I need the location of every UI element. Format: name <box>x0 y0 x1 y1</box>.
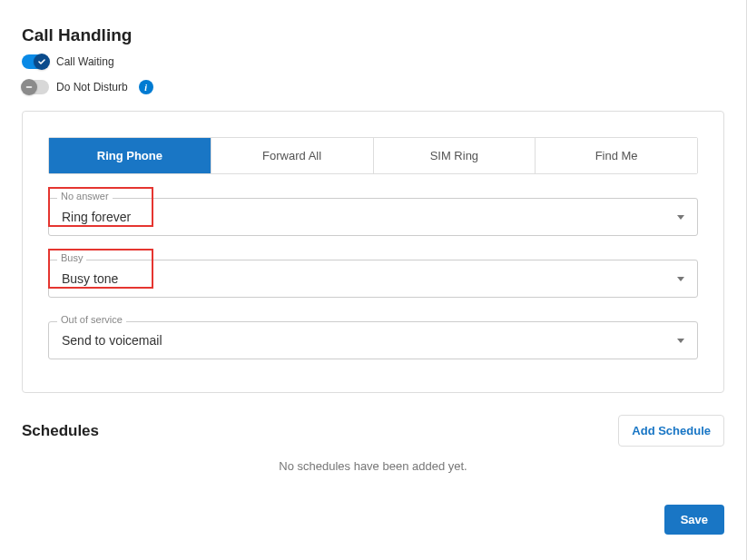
no-answer-label: No answer <box>57 191 113 201</box>
tab-sim-ring[interactable]: SIM Ring <box>374 138 536 173</box>
no-answer-field: No answer Ring forever <box>48 198 698 236</box>
schedules-title: Schedules <box>22 422 99 440</box>
busy-select[interactable]: Busy tone <box>48 260 698 298</box>
tab-label: Find Me <box>595 149 638 162</box>
add-schedule-button[interactable]: Add Schedule <box>618 415 724 447</box>
tab-label: Ring Phone <box>97 149 162 162</box>
out-of-service-label: Out of service <box>57 314 126 325</box>
add-schedule-label: Add Schedule <box>632 424 711 437</box>
minus-icon <box>21 79 37 95</box>
call-waiting-row: Call Waiting <box>22 54 724 69</box>
page-title: Call Handling <box>22 25 724 45</box>
out-of-service-value: Send to voicemail <box>62 333 162 348</box>
busy-value: Busy tone <box>62 271 118 286</box>
no-answer-value: Ring forever <box>62 210 131 224</box>
dnd-label: Do Not Disturb <box>56 81 128 93</box>
call-handling-panel: Ring Phone Forward All SIM Ring Find Me … <box>22 111 724 393</box>
chevron-down-icon <box>677 339 684 343</box>
no-answer-select[interactable]: Ring forever <box>48 198 698 236</box>
tab-label: Forward All <box>262 149 321 162</box>
info-icon[interactable]: i <box>139 80 153 94</box>
dnd-toggle[interactable] <box>22 80 49 94</box>
busy-label: Busy <box>57 252 86 263</box>
save-row: Save <box>664 505 724 535</box>
tab-find-me[interactable]: Find Me <box>536 138 697 173</box>
busy-field: Busy Busy tone <box>48 260 698 298</box>
save-button[interactable]: Save <box>664 505 724 535</box>
out-of-service-select[interactable]: Send to voicemail <box>48 321 698 359</box>
tab-forward-all[interactable]: Forward All <box>211 138 374 173</box>
chevron-down-icon <box>677 215 684 220</box>
chevron-down-icon <box>677 277 684 281</box>
out-of-service-field: Out of service Send to voicemail <box>48 321 698 359</box>
tab-label: SIM Ring <box>430 149 478 162</box>
tab-ring-phone[interactable]: Ring Phone <box>49 138 211 173</box>
schedules-empty-text: No schedules have been added yet. <box>22 459 724 473</box>
schedules-header: Schedules Add Schedule <box>22 415 724 447</box>
save-label: Save <box>681 513 708 526</box>
check-icon <box>34 54 50 70</box>
dnd-row: Do Not Disturb i <box>22 80 724 94</box>
call-waiting-toggle[interactable] <box>22 54 49 69</box>
call-waiting-label: Call Waiting <box>56 55 114 68</box>
tabs: Ring Phone Forward All SIM Ring Find Me <box>48 137 698 174</box>
